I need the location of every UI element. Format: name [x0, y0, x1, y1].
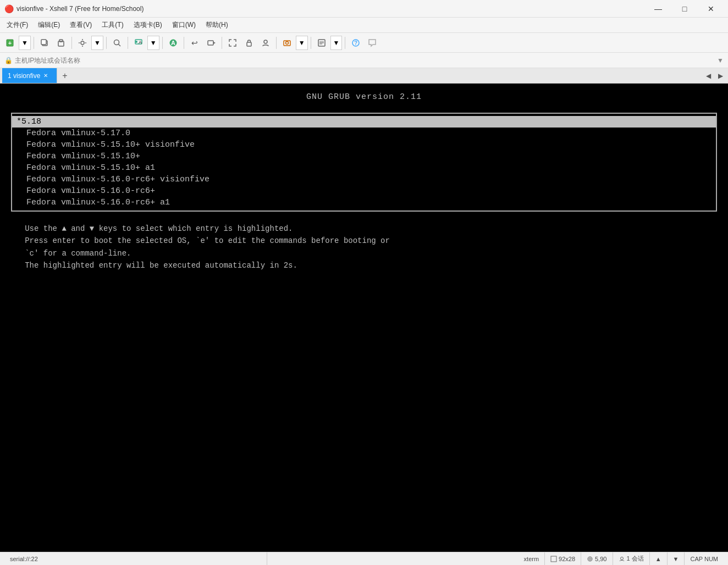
title-bar: 🔴 visionfive - Xshell 7 (Free for Home/S… [0, 0, 728, 18]
search-button[interactable] [109, 35, 125, 51]
settings-button[interactable] [75, 35, 90, 51]
grub-footer: Use the ▲ and ▼ keys to select which ent… [0, 223, 728, 272]
status-term-type: xterm [519, 552, 545, 566]
grub-menu-entry[interactable]: Fedora vmlinux-5.15.10+ [12, 151, 716, 162]
badge-button[interactable] [258, 35, 273, 51]
appearance-button[interactable]: A [131, 35, 146, 51]
svg-point-17 [264, 40, 267, 43]
toolbar-sep-10 [345, 37, 345, 49]
status-bar: serial://:22 xterm 92x28 5,90 1 会话 ▲ ▼ C… [0, 552, 728, 565]
status-sessions: 1 会话 [613, 552, 650, 566]
toolbar-sep-7 [222, 37, 222, 49]
maximize-button[interactable]: □ [672, 0, 697, 18]
svg-text:+: + [8, 40, 12, 46]
tab-bar: 1 visionfive ✕ + ◀ ▶ [0, 68, 728, 84]
svg-point-6 [81, 41, 84, 45]
menu-view[interactable]: 查看(V) [65, 19, 96, 31]
copy-button[interactable] [37, 35, 52, 51]
svg-rect-3 [41, 40, 46, 45]
grub-menu-box[interactable]: *5.18 Fedora vmlinux-5.17.0 Fedora vmlin… [11, 113, 717, 212]
terminal-display[interactable]: GNU GRUB version 2.11 *5.18 Fedora vmlin… [0, 84, 728, 552]
title-bar-controls: — □ ✕ [646, 0, 724, 18]
grub-menu-entry[interactable]: Fedora vmlinux-5.16.0-rc6+ a1 [12, 197, 716, 208]
tab-nav: ◀ ▶ [703, 68, 726, 83]
appearance-dropdown[interactable]: ▼ [147, 36, 159, 50]
fullscreen-button[interactable] [225, 35, 240, 51]
record-button[interactable] [203, 35, 219, 51]
address-bar: 🔒 ▼ [0, 53, 728, 68]
status-scroll-up[interactable]: ▲ [650, 552, 668, 566]
svg-point-19 [285, 41, 288, 44]
svg-point-10 [135, 41, 137, 43]
status-size: 92x28 [545, 552, 581, 566]
toolbar: + ▼ ▼ A ▼ A ↩ [0, 33, 728, 53]
screenshot-dropdown[interactable]: ▼ [296, 36, 308, 50]
status-scroll-down[interactable]: ▼ [668, 552, 685, 566]
menu-help[interactable]: 帮助(H) [201, 19, 233, 31]
svg-line-8 [118, 44, 120, 46]
new-session-button[interactable]: + [2, 35, 18, 51]
svg-text:A: A [171, 40, 175, 46]
title-text: visionfive - Xshell 7 (Free for Home/Sch… [16, 5, 144, 13]
tab-label: 1 visionfive [8, 72, 40, 80]
paste-button[interactable] [53, 35, 69, 51]
svg-marker-15 [213, 42, 216, 44]
log-button[interactable] [314, 35, 329, 51]
address-input[interactable] [15, 54, 715, 67]
toolbar-sep-1 [34, 37, 34, 49]
toolbar-sep-3 [106, 37, 107, 49]
address-dropdown-icon[interactable]: ▼ [717, 57, 724, 64]
tab-nav-next[interactable]: ▶ [715, 70, 726, 81]
grub-menu-entry[interactable]: Fedora vmlinux-5.16.0-rc6+ [12, 185, 716, 197]
status-caps-lock: CAP NUM [685, 552, 724, 566]
grub-menu-entry[interactable]: Fedora vmlinux-5.15.10+ a1 [12, 162, 716, 174]
toolbar-sep-9 [311, 37, 311, 49]
close-button[interactable]: ✕ [698, 0, 724, 18]
toolbar-sep-4 [128, 37, 128, 49]
menu-tools[interactable]: 工具(T) [97, 19, 128, 31]
tab-add-button[interactable]: + [57, 68, 73, 83]
chat-button[interactable] [365, 35, 380, 51]
screenshot-button[interactable] [279, 35, 295, 51]
title-bar-left: 🔴 visionfive - Xshell 7 (Free for Home/S… [4, 4, 144, 13]
grub-menu-entry[interactable]: Fedora vmlinux-5.15.10+ visionfive [12, 139, 716, 151]
app-icon: 🔴 [4, 4, 13, 13]
svg-text:A: A [139, 40, 142, 45]
grub-menu-entry[interactable]: Fedora vmlinux-5.17.0 [12, 128, 716, 139]
settings-dropdown[interactable]: ▼ [91, 36, 103, 50]
tab-nav-prev[interactable]: ◀ [703, 70, 714, 81]
address-lock-icon: 🔒 [4, 57, 13, 64]
svg-point-30 [620, 557, 623, 560]
svg-rect-5 [59, 40, 63, 42]
tab-close-button[interactable]: ✕ [43, 73, 48, 79]
svg-rect-16 [247, 42, 251, 46]
menu-bar: 文件(F) 编辑(E) 查看(V) 工具(T) 选项卡(B) 窗口(W) 帮助(… [0, 18, 728, 33]
svg-rect-14 [208, 41, 213, 45]
terminal-area[interactable]: GNU GRUB version 2.11 *5.18 Fedora vmlin… [0, 84, 728, 552]
help-button[interactable]: ? [348, 35, 363, 51]
svg-rect-26 [551, 556, 556, 562]
log-dropdown[interactable]: ▼ [330, 36, 343, 50]
compose-button[interactable]: A [166, 35, 181, 51]
new-session-dropdown[interactable]: ▼ [19, 36, 31, 50]
status-position: 5,90 [581, 552, 613, 566]
menu-tabs[interactable]: 选项卡(B) [129, 19, 167, 31]
svg-text:?: ? [354, 40, 357, 46]
toolbar-sep-5 [162, 37, 163, 49]
menu-edit[interactable]: 编辑(E) [34, 19, 64, 31]
grub-menu-entry[interactable]: Fedora vmlinux-5.16.0-rc6+ visionfive [12, 174, 716, 185]
toolbar-sep-8 [276, 37, 277, 49]
menu-file[interactable]: 文件(F) [2, 19, 32, 31]
tab-visionfive[interactable]: 1 visionfive ✕ [2, 68, 57, 83]
grub-header: GNU GRUB version 2.11 [0, 92, 728, 102]
menu-window[interactable]: 窗口(W) [168, 19, 200, 31]
status-protocol: serial://:22 [4, 552, 267, 566]
minimize-button[interactable]: — [646, 0, 671, 18]
toolbar-sep-6 [184, 37, 184, 49]
grub-menu-entry[interactable]: *5.18 [12, 116, 716, 128]
lock-button[interactable] [241, 35, 257, 51]
toolbar-sep-2 [71, 37, 72, 49]
undo-button[interactable]: ↩ [187, 35, 202, 51]
